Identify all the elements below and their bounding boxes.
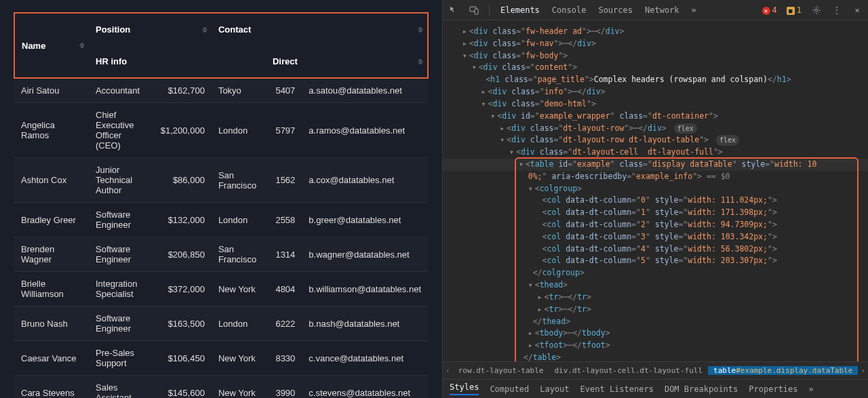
- stab-listeners[interactable]: Event Listeners: [580, 384, 654, 394]
- dom-node[interactable]: ▾<thead>: [443, 279, 868, 292]
- cell-position: Software Engineer: [89, 306, 154, 341]
- inspect-icon[interactable]: [448, 5, 459, 16]
- dom-node[interactable]: <col data-dt-column="0" style="width: 11…: [443, 195, 868, 207]
- cell-position: Chief Executive Officer (CEO): [89, 103, 154, 158]
- th-name[interactable]: Name: [14, 13, 89, 78]
- cell-position: Software Engineer: [89, 237, 154, 272]
- cell-office: London: [212, 103, 267, 158]
- dom-node[interactable]: ▾<div class="dt-layout-cell dt-layout-fu…: [443, 146, 868, 159]
- table-row[interactable]: Brielle WilliamsonIntegration Specialist…: [14, 272, 428, 306]
- table-header: Name Position Contact HR info: [14, 13, 428, 78]
- dom-node[interactable]: <col data-dt-column="1" style="width: 17…: [443, 207, 868, 219]
- close-icon[interactable]: ✕: [852, 5, 863, 16]
- cell-extn: 1314: [267, 237, 302, 272]
- table-row[interactable]: Ashton CoxJunior Technical Author$86,000…: [14, 158, 428, 203]
- chevron-left-icon[interactable]: ‹: [443, 366, 453, 375]
- th-label: Name: [22, 41, 45, 51]
- table-row[interactable]: Cara StevensSales Assistant$145,600New Y…: [14, 376, 428, 399]
- table-row[interactable]: Angelica RamosChief Executive Officer (C…: [14, 103, 428, 158]
- gear-icon[interactable]: [811, 5, 822, 16]
- data-table-panel: Name Position Contact HR info: [0, 0, 442, 398]
- cell-salary: $162,700: [154, 78, 212, 103]
- stab-more[interactable]: »: [809, 384, 814, 394]
- table-row[interactable]: Airi SatouAccountant$162,700Tokyo5407a.s…: [14, 78, 428, 103]
- tab-sources[interactable]: Sources: [597, 5, 634, 15]
- cell-name: Bradley Greer: [14, 203, 89, 237]
- table-row[interactable]: Brenden WagnerSoftware Engineer$206,850S…: [14, 237, 428, 272]
- th-label: Direct: [273, 56, 298, 66]
- dom-tree[interactable]: ▸<div class="fw-header ad">⋯</div> ▸<div…: [443, 20, 868, 361]
- dom-node[interactable]: ▾<colgroup>: [443, 183, 868, 195]
- kebab-icon[interactable]: ⋮: [831, 5, 842, 16]
- dom-node[interactable]: <col data-dt-column="5" style="width: 20…: [443, 255, 868, 267]
- dom-node[interactable]: </colgroup>: [443, 267, 868, 279]
- th-hrinfo[interactable]: HR info: [89, 45, 212, 78]
- dom-node[interactable]: ▸<div class="fw-header ad">⋯</div>: [443, 26, 868, 38]
- dom-node[interactable]: </table>: [443, 352, 868, 361]
- dom-node[interactable]: ▾<div class="dt-layout-row dt-layout-tab…: [443, 134, 868, 146]
- stab-computed[interactable]: Computed: [490, 384, 529, 394]
- dom-node[interactable]: </thead>: [443, 316, 868, 328]
- dom-node[interactable]: <col data-dt-column="2" style="width: 94…: [443, 219, 868, 231]
- tab-more[interactable]: »: [690, 5, 698, 15]
- dom-node[interactable]: ▾<div class="content">: [443, 62, 868, 74]
- devtools-tabbar: Elements Console Sources Network » ✕4 ■1…: [443, 0, 868, 20]
- dom-node[interactable]: ▾<div class="fw-body">: [443, 50, 868, 62]
- crumb-tag: table: [713, 366, 736, 375]
- dom-node[interactable]: ▸<div class="fw-nav">⋯</div>: [443, 38, 868, 50]
- error-badge[interactable]: ✕4: [762, 5, 777, 15]
- dom-node[interactable]: <h1 class="page_title">Complex headers (…: [443, 74, 868, 86]
- cell-extn: 5407: [267, 78, 302, 103]
- dom-node[interactable]: ▸<tbody>⋯</tbody>: [443, 327, 868, 340]
- table-row[interactable]: Caesar VancePre-Sales Support$106,450New…: [14, 341, 428, 376]
- dom-node[interactable]: ▸<tr>⋯</tr>: [443, 304, 868, 316]
- data-table: Name Position Contact HR info: [14, 12, 429, 398]
- crumb[interactable]: div.dt-layout-cell.dt-layout-full: [549, 366, 709, 375]
- dom-node[interactable]: ▾<div id="example_wrapper" class="dt-con…: [443, 111, 868, 123]
- cell-position: Sales Assistant: [89, 376, 154, 399]
- cell-email: b.wagner@datatables.net: [302, 237, 428, 272]
- cell-name: Caesar Vance: [14, 341, 89, 376]
- crumb[interactable]: row.dt-layout-table: [453, 366, 549, 375]
- th-label: Contact: [218, 24, 251, 35]
- device-icon[interactable]: [469, 5, 479, 16]
- cell-extn: 8330: [267, 341, 302, 376]
- dom-node[interactable]: ▸<div class="info">⋯</div>: [443, 86, 868, 98]
- th-direct[interactable]: Direct: [212, 45, 428, 78]
- dom-node[interactable]: <col data-dt-column="3" style="width: 10…: [443, 231, 868, 243]
- cell-salary: $206,850: [154, 237, 212, 272]
- tab-elements[interactable]: Elements: [499, 5, 541, 15]
- dom-node[interactable]: 0%;" aria-describedby="example_info"> ==…: [443, 171, 868, 183]
- cell-email: c.vance@datatables.net: [302, 341, 428, 376]
- th-position[interactable]: Position: [89, 13, 212, 45]
- tab-network[interactable]: Network: [644, 5, 681, 15]
- tab-console[interactable]: Console: [551, 5, 588, 15]
- th-contact[interactable]: Contact: [212, 13, 428, 45]
- issues-badge[interactable]: ■1: [787, 5, 802, 15]
- cell-office: New York: [212, 272, 267, 306]
- stab-layout[interactable]: Layout: [540, 384, 569, 394]
- cell-position: Accountant: [89, 78, 154, 103]
- dom-node[interactable]: ▸<tfoot>⋯</tfoot>: [443, 340, 868, 352]
- stab-dombp[interactable]: DOM Breakpoints: [665, 384, 738, 394]
- cell-salary: $163,500: [154, 306, 212, 341]
- dom-node[interactable]: ▸<tr>⋯</tr>: [443, 292, 868, 304]
- table-row[interactable]: Bruno NashSoftware Engineer$163,500Londo…: [14, 306, 428, 341]
- dom-node[interactable]: ▾<div class="demo-html">: [443, 98, 868, 111]
- chevron-right-icon[interactable]: ›: [858, 366, 868, 375]
- cell-name: Bruno Nash: [14, 306, 89, 341]
- dom-node[interactable]: <col data-dt-column="4" style="width: 56…: [443, 243, 868, 256]
- dom-node[interactable]: ▸<div class="dt-layout-row">⋯</div> flex: [443, 123, 868, 135]
- table-row[interactable]: Bradley GreerSoftware Engineer$132,000Lo…: [14, 203, 428, 237]
- cell-office: Tokyo: [212, 78, 267, 103]
- cell-office: London: [212, 203, 267, 237]
- dom-node[interactable]: ▾<table id="example" class="display data…: [443, 159, 868, 171]
- stab-styles[interactable]: Styles: [450, 382, 479, 395]
- stab-props[interactable]: Properties: [749, 384, 797, 394]
- th-label: HR info: [96, 56, 127, 66]
- cell-office: New York: [212, 341, 267, 376]
- crumb-active[interactable]: table#example.display.dataTable: [708, 366, 858, 375]
- cell-email: b.nash@datatables.net: [302, 306, 428, 341]
- cell-email: b.greer@datatables.net: [302, 203, 428, 237]
- cell-salary: $132,000: [154, 203, 212, 237]
